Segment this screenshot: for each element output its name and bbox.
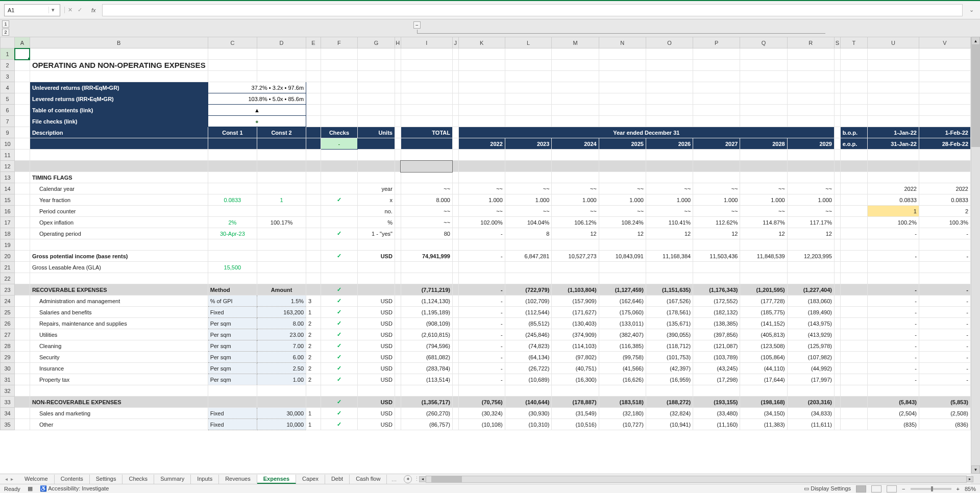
- hdr-total: TOTAL: [401, 127, 452, 138]
- horizontal-scroll-thumb[interactable]: [431, 476, 462, 482]
- add-sheet-button[interactable]: +: [404, 475, 412, 483]
- col-header-v[interactable]: V: [919, 37, 970, 48]
- unlevered-label: Unlevered returns (IRR•EqM•GR): [30, 82, 208, 93]
- col-header-p[interactable]: P: [693, 37, 740, 48]
- zoom-level[interactable]: 85%: [965, 486, 976, 492]
- col-header-g[interactable]: G: [358, 37, 395, 48]
- hdr-bop: b.o.p.: [840, 127, 867, 138]
- outline-collapse-button[interactable]: −: [413, 21, 421, 29]
- col-header-u[interactable]: U: [868, 37, 919, 48]
- filechecks-link[interactable]: File checks (link): [30, 116, 208, 127]
- horizontal-scrollbar[interactable]: ◂ ▸: [426, 476, 967, 483]
- col-header-n[interactable]: N: [599, 37, 646, 48]
- tabs-overflow-icon[interactable]: …: [387, 476, 401, 482]
- zoom-out-button[interactable]: −: [902, 486, 905, 492]
- outline-level-1[interactable]: 1: [2, 20, 9, 28]
- zoom-in-button[interactable]: +: [957, 486, 960, 492]
- filechecks-icon[interactable]: ●: [208, 116, 306, 127]
- col-header-o[interactable]: O: [646, 37, 693, 48]
- sheet-tabs: WelcomeContentsSettingsChecksSummaryInpu…: [18, 475, 387, 484]
- vertical-scrollbar[interactable]: ▲ ▼: [971, 37, 980, 474]
- display-settings-button[interactable]: ▭ Display Settings: [804, 485, 851, 492]
- row-header-1[interactable]: 1: [1, 48, 15, 60]
- status-ready: Ready: [4, 486, 20, 492]
- tab-debt[interactable]: Debt: [325, 475, 350, 484]
- section-timing-flags: TIMING FLAGS: [30, 172, 208, 183]
- tab-welcome[interactable]: Welcome: [18, 475, 55, 484]
- col-header-f[interactable]: F: [321, 37, 358, 48]
- name-box[interactable]: A1 ▾: [4, 4, 60, 16]
- scroll-up-icon[interactable]: ▲: [971, 37, 980, 45]
- section-nonrecoverable: NON-RECOVERABLE EXPENSES: [30, 397, 208, 408]
- tab-nav-next-icon[interactable]: ▸: [10, 476, 14, 482]
- col-header-s[interactable]: S: [834, 37, 840, 48]
- unlevered-value: 37.2% • 3.2x • 97.6m: [208, 82, 306, 93]
- col-header-i[interactable]: I: [401, 37, 452, 48]
- hdr-description: Description: [30, 127, 208, 138]
- tab-expenses[interactable]: Expenses: [257, 475, 296, 484]
- col-header-a[interactable]: A: [15, 37, 30, 48]
- row-header-2[interactable]: 2: [1, 60, 15, 71]
- formula-input[interactable]: [102, 4, 963, 16]
- col-header-q[interactable]: Q: [740, 37, 787, 48]
- view-page-layout-button[interactable]: [871, 485, 881, 492]
- col-header-k[interactable]: K: [458, 37, 505, 48]
- hdr-u1: 1-Jan-22: [868, 127, 919, 138]
- outline-level-2[interactable]: 2: [2, 29, 9, 36]
- hdr-const1: Const 1: [208, 127, 257, 138]
- toc-icon[interactable]: ▲: [208, 105, 306, 116]
- page-title: OPERATING AND NON-OPERATING EXPENSES: [30, 60, 208, 71]
- tab-checks[interactable]: Checks: [122, 475, 154, 484]
- col-header-j[interactable]: J: [452, 37, 458, 48]
- vertical-scroll-thumb[interactable]: [971, 45, 980, 147]
- accessibility-status[interactable]: ♿ Accessibility: Investigate: [40, 485, 109, 492]
- toc-link[interactable]: Table of contents (link): [30, 105, 208, 116]
- tab-nav-first-icon[interactable]: ◂: [4, 476, 9, 482]
- hdr-const2: Const 2: [257, 127, 306, 138]
- levered-label: Levered returns (IRR•EqM•GR): [30, 93, 208, 105]
- col-header-c[interactable]: C: [208, 37, 257, 48]
- tab-summary[interactable]: Summary: [154, 475, 191, 484]
- name-box-value: A1: [8, 7, 14, 13]
- hdr-units: Units: [358, 127, 395, 138]
- hdr-eop: e.o.p.: [840, 138, 867, 150]
- tab-contents[interactable]: Contents: [55, 475, 90, 484]
- cancel-icon: ✕: [68, 7, 72, 13]
- scroll-down-icon[interactable]: ▼: [971, 465, 980, 474]
- scroll-right-icon[interactable]: ▸: [966, 476, 973, 482]
- tab-capex[interactable]: Capex: [296, 475, 325, 484]
- col-header-h[interactable]: H: [395, 37, 401, 48]
- hdr-u2: 1-Feb-22: [919, 127, 970, 138]
- section-recoverable: RECOVERABLE EXPENSES: [30, 284, 208, 295]
- col-header-t[interactable]: T: [840, 37, 867, 48]
- hdr-year-span: Year ended December 31: [458, 127, 834, 138]
- tab-inputs[interactable]: Inputs: [191, 475, 219, 484]
- view-page-break-button[interactable]: [887, 485, 897, 492]
- col-header-m[interactable]: M: [552, 37, 599, 48]
- view-normal-button[interactable]: [856, 485, 866, 492]
- tab-settings[interactable]: Settings: [90, 475, 123, 484]
- tab-revenues[interactable]: Revenues: [219, 475, 257, 484]
- outline-group-line: [417, 30, 825, 34]
- checks-ok-badge: -: [321, 138, 358, 150]
- scroll-left-icon[interactable]: ◂: [419, 476, 426, 482]
- fx-icon[interactable]: fx: [89, 7, 98, 13]
- col-header-d[interactable]: D: [257, 37, 306, 48]
- outline-bar: 1 2 −: [0, 19, 971, 38]
- levered-value: 103.8% • 5.0x • 85.6m: [208, 93, 306, 105]
- zoom-slider[interactable]: [911, 488, 951, 490]
- macro-record-icon[interactable]: ▦: [28, 485, 33, 492]
- col-header-e[interactable]: E: [306, 37, 321, 48]
- enter-icon: ✓: [78, 7, 82, 13]
- col-header-l[interactable]: L: [505, 37, 552, 48]
- formula-expand-icon[interactable]: ⌄: [967, 7, 976, 13]
- tab-cash-flow[interactable]: Cash flow: [350, 475, 387, 484]
- hdr-checks: Checks: [321, 127, 358, 138]
- col-header-r[interactable]: R: [787, 37, 834, 48]
- col-header-b[interactable]: B: [30, 37, 208, 48]
- name-box-dropdown-icon[interactable]: ▾: [48, 7, 57, 13]
- cell-a1[interactable]: [15, 48, 30, 60]
- spreadsheet-grid[interactable]: ABCDEFGHIJ KLMNOPQR STUV 1 2OPERATING AN…: [0, 37, 971, 430]
